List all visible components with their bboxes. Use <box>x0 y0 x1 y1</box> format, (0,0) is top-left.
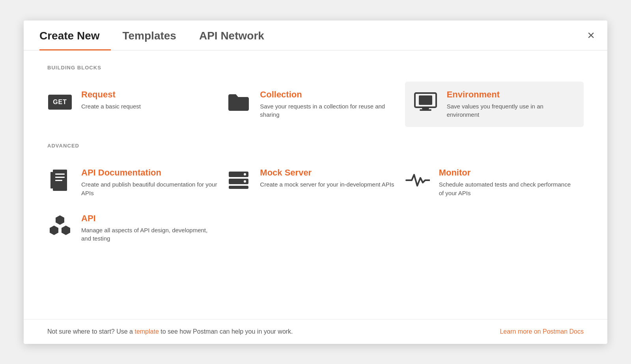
api-desc: Manage all aspects of API design, develo… <box>81 226 218 243</box>
monitor-desc: Schedule automated tests and check perfo… <box>439 180 576 198</box>
section-advanced: ADVANCED API Do <box>47 143 584 251</box>
svg-marker-16 <box>62 226 70 235</box>
tab-api-network[interactable]: API Network <box>199 21 275 50</box>
create-new-modal: Create New Templates API Network × BUILD… <box>24 21 607 344</box>
mock-server-title: Mock Server <box>260 168 394 178</box>
footer-text-before: Not sure where to start? Use a <box>47 328 134 335</box>
api-documentation-icon <box>47 168 73 193</box>
section-building-blocks: BUILDING BLOCKS GET Request Create a bas… <box>47 65 584 127</box>
collection-icon <box>226 90 251 115</box>
collection-title: Collection <box>260 90 397 100</box>
svg-rect-11 <box>229 186 248 189</box>
item-mock-server[interactable]: Mock Server Create a mock server for you… <box>226 160 405 205</box>
request-title: Request <box>81 90 141 100</box>
building-blocks-label: BUILDING BLOCKS <box>47 65 584 71</box>
svg-marker-15 <box>50 226 58 235</box>
svg-rect-7 <box>55 177 65 178</box>
mock-server-desc: Create a mock server for your in-develop… <box>260 180 394 189</box>
svg-point-13 <box>244 180 246 183</box>
item-monitor[interactable]: Monitor Schedule automated tests and che… <box>405 160 584 205</box>
api-documentation-desc: Create and publish beautiful documentati… <box>81 180 218 198</box>
modal-footer: Not sure where to start? Use a template … <box>24 319 607 344</box>
api-title: API <box>81 213 218 224</box>
item-api[interactable]: API Manage all aspects of API design, de… <box>47 205 226 251</box>
svg-rect-2 <box>422 108 429 109</box>
request-desc: Create a basic request <box>81 102 141 111</box>
svg-marker-14 <box>56 215 64 225</box>
request-icon: GET <box>47 90 73 115</box>
svg-rect-8 <box>55 180 62 181</box>
svg-point-12 <box>244 173 246 175</box>
api-documentation-title: API Documentation <box>81 168 218 178</box>
environment-desc: Save values you frequently use in an env… <box>447 102 576 119</box>
modal-header: Create New Templates API Network × <box>24 21 607 50</box>
svg-rect-3 <box>420 109 431 111</box>
building-blocks-grid: GET Request Create a basic request <box>47 82 584 127</box>
environment-icon <box>413 90 438 115</box>
svg-rect-1 <box>419 95 432 105</box>
monitor-icon <box>405 168 430 193</box>
item-api-documentation[interactable]: API Documentation Create and publish bea… <box>47 160 226 205</box>
environment-title: Environment <box>447 90 576 100</box>
docs-link[interactable]: Learn more on Postman Docs <box>500 328 584 335</box>
item-request[interactable]: GET Request Create a basic request <box>47 82 226 127</box>
item-environment[interactable]: Environment Save values you frequently u… <box>405 82 584 127</box>
template-link[interactable]: template <box>134 328 159 335</box>
api-icon <box>47 213 73 239</box>
item-collection[interactable]: Collection Save your requests in a colle… <box>226 82 405 127</box>
monitor-title: Monitor <box>439 168 576 178</box>
mock-server-icon <box>226 168 251 193</box>
svg-rect-5 <box>50 172 53 189</box>
svg-rect-6 <box>55 174 65 175</box>
close-button[interactable]: × <box>587 29 595 41</box>
tab-create-new[interactable]: Create New <box>39 21 111 50</box>
advanced-label: ADVANCED <box>47 143 584 149</box>
footer-text-after: to see how Postman can help you in your … <box>159 328 293 335</box>
footer-hint-text: Not sure where to start? Use a template … <box>47 328 293 335</box>
get-badge: GET <box>48 95 71 110</box>
tab-templates[interactable]: Templates <box>123 21 187 50</box>
advanced-grid: API Documentation Create and publish bea… <box>47 160 584 251</box>
collection-desc: Save your requests in a collection for r… <box>260 102 397 119</box>
modal-body: BUILDING BLOCKS GET Request Create a bas… <box>24 50 607 319</box>
